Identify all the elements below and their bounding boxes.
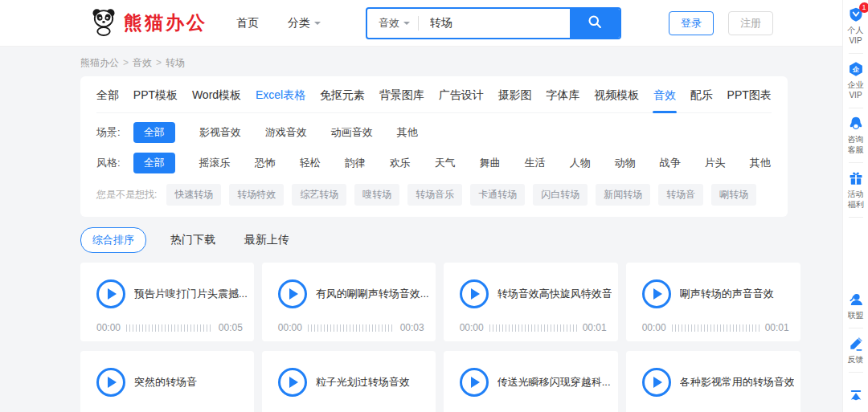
style-filter-option[interactable]: 轻松 bbox=[300, 153, 321, 173]
category-tab[interactable]: Word模板 bbox=[192, 76, 241, 113]
play-button[interactable] bbox=[460, 279, 489, 308]
waveform-scrubber[interactable] bbox=[308, 324, 395, 332]
scene-filter-option[interactable]: 游戏音效 bbox=[265, 122, 307, 143]
waveform-scrubber[interactable] bbox=[489, 324, 577, 332]
audio-card[interactable]: 有风的唰唰声转场音效... 00:00 00:03 bbox=[262, 263, 436, 341]
audio-title: 有风的唰唰声转场音效... bbox=[316, 287, 429, 301]
category-tab[interactable]: 字体库 bbox=[546, 76, 579, 113]
audio-card[interactable]: 粒子光划过转场音效 00:00 00:04 bbox=[262, 351, 436, 412]
suggestion-tag[interactable]: 转场特效 bbox=[229, 184, 284, 206]
category-tab[interactable]: 视频模板 bbox=[594, 76, 639, 113]
audio-card[interactable]: 各种影视常用的转场音效 00:00 00:25 bbox=[626, 351, 800, 412]
style-filter-option[interactable]: 全部 bbox=[133, 153, 175, 173]
suggestion-tag[interactable]: 综艺转场 bbox=[292, 184, 346, 206]
search-category-select[interactable]: 音效 bbox=[367, 16, 418, 31]
site-logo[interactable]: 熊猫办公 bbox=[90, 7, 207, 39]
search-button[interactable] bbox=[570, 7, 620, 39]
category-tab[interactable]: 摄影图 bbox=[497, 76, 531, 113]
style-filter-option[interactable]: 片头 bbox=[705, 153, 726, 173]
play-icon bbox=[289, 377, 298, 388]
alliance-icon bbox=[848, 292, 864, 308]
feedback-item[interactable]: 反馈 bbox=[848, 336, 864, 365]
search-input[interactable] bbox=[419, 17, 570, 30]
suggestion-label: 您是不是想找: bbox=[96, 188, 157, 202]
personal-vip-item[interactable]: 1 个人 VIP bbox=[848, 6, 864, 46]
style-filter-option[interactable]: 人物 bbox=[570, 153, 591, 173]
category-tab[interactable]: 全部 bbox=[96, 76, 119, 113]
back-to-top-button[interactable] bbox=[848, 388, 864, 407]
sort-tab[interactable]: 最新上传 bbox=[244, 233, 289, 247]
play-button[interactable] bbox=[278, 279, 307, 308]
sort-tab[interactable]: 综合排序 bbox=[80, 227, 146, 253]
category-tab[interactable]: 广告设计 bbox=[439, 76, 484, 113]
audio-card[interactable]: 突然的转场音 00:00 00:04 bbox=[80, 351, 254, 412]
style-filter-option[interactable]: 摇滚乐 bbox=[199, 153, 231, 173]
main-nav: 首页 分类 bbox=[207, 16, 321, 31]
category-tab[interactable]: 音效 bbox=[653, 76, 676, 113]
style-filter-option[interactable]: 其他 bbox=[750, 153, 771, 173]
suggestion-tag[interactable]: 转场音乐 bbox=[407, 184, 462, 206]
audio-duration: 00:01 bbox=[765, 322, 789, 333]
site-header: 熊猫办公 首页 分类 音效 登录 注册 bbox=[0, 0, 868, 47]
style-filter-option[interactable]: 生活 bbox=[525, 153, 546, 173]
breadcrumb-home[interactable]: 熊猫办公 bbox=[80, 57, 119, 68]
audio-title: 唰声转场的声音音效 bbox=[680, 287, 774, 301]
style-filter-option[interactable]: 动物 bbox=[615, 153, 636, 173]
style-filter-option[interactable]: 欢乐 bbox=[390, 153, 411, 173]
play-icon bbox=[471, 288, 480, 300]
suggestion-tag[interactable]: 唰转场 bbox=[711, 184, 756, 206]
chevron-down-icon bbox=[314, 22, 321, 28]
play-button[interactable] bbox=[96, 368, 125, 397]
suggestion-tag[interactable]: 嗖转场 bbox=[354, 184, 399, 206]
audio-card[interactable]: 转场音效高快旋风特效音 00:00 00:01 bbox=[444, 263, 618, 341]
style-filter-option[interactable]: 战争 bbox=[660, 153, 681, 173]
waveform-scrubber[interactable] bbox=[126, 324, 213, 332]
chevron-down-icon bbox=[403, 22, 410, 28]
style-filter-option[interactable]: 韵律 bbox=[345, 153, 366, 173]
suggestion-tag[interactable]: 新闻转场 bbox=[596, 184, 650, 206]
audio-card[interactable]: 唰声转场的声音音效 00:00 00:01 bbox=[626, 263, 800, 341]
nav-category[interactable]: 分类 bbox=[288, 16, 321, 31]
category-tab[interactable]: PPT图表 bbox=[727, 76, 772, 113]
scene-filter-row: 场景: 全部影视音效游戏音效动画音效其他 bbox=[96, 113, 772, 144]
style-filter-option[interactable]: 恐怖 bbox=[255, 153, 276, 173]
play-button[interactable] bbox=[642, 279, 671, 308]
audio-card[interactable]: 预告片嗖打门片头震撼... 00:00 00:05 bbox=[80, 263, 254, 341]
category-tab[interactable]: 免抠元素 bbox=[320, 76, 365, 113]
sort-tab[interactable]: 热门下载 bbox=[170, 233, 215, 247]
audio-card[interactable]: 传送光瞬移闪现穿越科... 00:00 00:12 bbox=[444, 351, 618, 412]
play-button[interactable] bbox=[460, 368, 489, 397]
search-icon bbox=[587, 14, 603, 32]
enterprise-vip-item[interactable]: 企 企业 VIP bbox=[848, 61, 864, 100]
audio-title: 各种影视常用的转场音效 bbox=[680, 375, 794, 390]
category-tab[interactable]: 背景图库 bbox=[379, 76, 424, 113]
play-button[interactable] bbox=[642, 368, 671, 397]
category-tab[interactable]: Excel表格 bbox=[256, 76, 305, 113]
scene-filter-option[interactable]: 影视音效 bbox=[199, 122, 241, 143]
scene-filter-option[interactable]: 全部 bbox=[133, 122, 175, 143]
suggestion-tag[interactable]: 卡通转场 bbox=[470, 184, 525, 206]
alliance-item[interactable]: 联盟 bbox=[848, 292, 864, 320]
suggestion-tag[interactable]: 闪白转场 bbox=[533, 184, 588, 206]
category-tab[interactable]: PPT模板 bbox=[133, 76, 178, 113]
scene-filter-label: 场景: bbox=[96, 125, 121, 140]
play-icon bbox=[108, 288, 117, 300]
audio-duration: 00:03 bbox=[400, 322, 424, 333]
scene-filter-option[interactable]: 动画音效 bbox=[331, 122, 373, 143]
register-button[interactable]: 注册 bbox=[728, 11, 773, 35]
style-filter-label: 风格: bbox=[96, 156, 121, 170]
style-filter-option[interactable]: 天气 bbox=[435, 153, 456, 173]
nav-home[interactable]: 首页 bbox=[236, 16, 259, 31]
style-filter-option[interactable]: 舞曲 bbox=[480, 153, 501, 173]
customer-service-item[interactable]: 咨询 客服 bbox=[848, 116, 864, 155]
category-tab[interactable]: 配乐 bbox=[690, 76, 713, 113]
login-button[interactable]: 登录 bbox=[669, 11, 714, 35]
waveform-scrubber[interactable] bbox=[672, 324, 760, 332]
activity-benefits-item[interactable]: 活动 福利 bbox=[848, 170, 864, 210]
play-button[interactable] bbox=[96, 279, 125, 308]
scene-filter-option[interactable]: 其他 bbox=[397, 122, 418, 143]
suggestion-tag[interactable]: 快速转场 bbox=[166, 184, 221, 206]
breadcrumb-category[interactable]: 音效 bbox=[133, 57, 152, 68]
play-button[interactable] bbox=[278, 368, 307, 397]
suggestion-tag[interactable]: 转场音 bbox=[658, 184, 703, 206]
